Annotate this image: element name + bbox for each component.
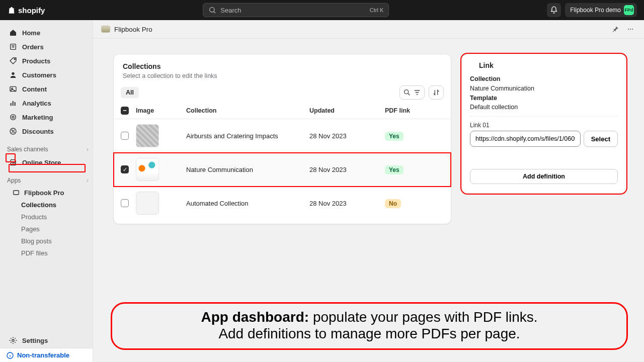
sidebar-app-collections[interactable]: Collections (3, 199, 90, 210)
sidebar-item-analytics[interactable]: Analytics (3, 97, 90, 110)
notifications-button[interactable] (547, 3, 561, 17)
card-title: Collections (114, 62, 451, 72)
image-icon (9, 85, 17, 93)
sidebar-item-label: Home (22, 29, 40, 37)
section-label: Apps (7, 177, 21, 184)
sidebar-item-label: Orders (22, 43, 44, 51)
shopify-logo[interactable]: shopify (7, 6, 45, 15)
pin-button[interactable] (610, 24, 621, 35)
row-updated: 28 Nov 2023 (309, 200, 385, 207)
topbar: shopify Search Ctrl K Flipbook Pro demo … (0, 0, 644, 20)
sidebar-item-label: Online Store (22, 159, 61, 166)
filter-icon (413, 88, 421, 97)
svg-point-18 (628, 29, 629, 30)
svg-point-19 (630, 29, 631, 30)
store-icon (9, 158, 17, 166)
row-name: Nature Communication (186, 166, 309, 173)
sidebar-item-home[interactable]: Home (3, 26, 90, 39)
target-icon (9, 113, 17, 121)
header-checkbox[interactable]: − (121, 107, 129, 115)
sidebar: Home Orders Products Customers Content A… (0, 20, 93, 362)
discount-icon (9, 127, 17, 135)
svg-point-16 (12, 339, 14, 341)
sidebar-item-label: Discounts (22, 128, 54, 135)
template-value: Default collection (470, 103, 618, 112)
sidebar-item-orders[interactable]: Orders (3, 40, 90, 53)
sidebar-app-pages[interactable]: Pages (3, 223, 90, 234)
row-thumb (136, 192, 159, 215)
svg-point-14 (14, 132, 14, 132)
row-checkbox[interactable] (121, 199, 129, 207)
marketing-callout: App dashboard: populate your pages with … (111, 302, 628, 350)
sidebar-item-label: Blog posts (21, 237, 52, 245)
table-row[interactable]: Automated Collection 28 Nov 2023 No (114, 187, 451, 220)
apps-header[interactable]: Apps› (0, 174, 93, 187)
row-checkbox[interactable] (121, 165, 129, 173)
sidebar-item-settings[interactable]: Settings (3, 334, 90, 347)
status-badge: No (385, 199, 401, 208)
collections-card: Collections Select a collection to edit … (113, 54, 451, 224)
sort-button[interactable] (429, 85, 444, 100)
search-kbd-hint: Ctrl K (370, 7, 384, 13)
dots-icon (626, 25, 634, 33)
svg-point-11 (12, 116, 14, 118)
col-collection: Collection (186, 107, 309, 114)
search-icon (208, 6, 216, 14)
svg-point-20 (632, 29, 633, 30)
status-badge: Yes (385, 132, 404, 141)
tab-all[interactable]: All (121, 87, 139, 98)
sidebar-item-marketing[interactable]: Marketing (3, 111, 90, 124)
sort-icon (432, 88, 440, 97)
non-transferable-badge[interactable]: Non-transferable (0, 348, 93, 362)
row-thumb (136, 158, 159, 181)
add-definition-button[interactable]: Add definition (470, 169, 618, 184)
row-thumb (136, 124, 159, 147)
search-input[interactable]: Search Ctrl K (203, 3, 389, 17)
person-icon (9, 71, 17, 79)
sidebar-item-label: Customers (22, 71, 56, 79)
shopify-bag-icon (7, 6, 16, 15)
app-crumb-icon (101, 26, 110, 33)
tag-icon (9, 57, 17, 65)
badge-label: Non-transferable (17, 351, 69, 359)
row-checkbox[interactable] (121, 132, 129, 140)
sidebar-item-discounts[interactable]: Discounts (3, 125, 90, 138)
link-url-input[interactable] (470, 131, 581, 147)
collection-label: Collection (470, 74, 618, 84)
search-filter-button[interactable] (399, 85, 425, 100)
breadcrumb: Flipbook Pro (93, 20, 644, 39)
sales-channels-header[interactable]: Sales channels› (0, 143, 93, 156)
row-name: Automated Collection (186, 200, 309, 207)
sidebar-item-online-store[interactable]: Online Store (3, 156, 90, 169)
sidebar-item-label: PDF files (21, 249, 48, 257)
store-switcher[interactable]: Flipbook Pro demo FPd (565, 3, 637, 17)
svg-rect-8 (13, 101, 14, 106)
info-icon (6, 351, 14, 359)
sidebar-app-flipbook[interactable]: Flipbook Pro (3, 187, 90, 198)
search-icon (403, 88, 411, 97)
sidebar-item-content[interactable]: Content (3, 82, 90, 96)
sidebar-item-label: Content (22, 85, 47, 93)
table-row[interactable]: Nature Communication 28 Nov 2023 Yes (114, 153, 451, 187)
row-updated: 28 Nov 2023 (309, 132, 385, 140)
sidebar-app-blogposts[interactable]: Blog posts (3, 235, 90, 246)
svg-rect-9 (15, 102, 16, 106)
svg-point-3 (14, 59, 15, 60)
link-panel: Link Collection Nature Communication Tem… (461, 54, 626, 194)
section-label: Sales channels (7, 146, 48, 153)
sidebar-item-label: Flipbook Pro (24, 189, 64, 197)
sidebar-item-products[interactable]: Products (3, 54, 90, 67)
more-button[interactable] (625, 24, 636, 35)
select-button[interactable]: Select (584, 131, 618, 147)
search-placeholder: Search (220, 7, 241, 14)
svg-point-0 (210, 8, 214, 12)
sidebar-app-products[interactable]: Products (3, 211, 90, 222)
svg-point-13 (12, 130, 12, 130)
chevron-right-icon: › (87, 177, 89, 184)
table-row[interactable]: Airbursts and Cratering Impacts 28 Nov 2… (114, 119, 451, 153)
sidebar-item-customers[interactable]: Customers (3, 68, 90, 81)
sidebar-app-pdf[interactable]: PDF files (3, 247, 90, 258)
link-field-label: Link 01 (470, 122, 618, 129)
gear-icon (9, 336, 17, 344)
page-title: Flipbook Pro (114, 26, 152, 33)
